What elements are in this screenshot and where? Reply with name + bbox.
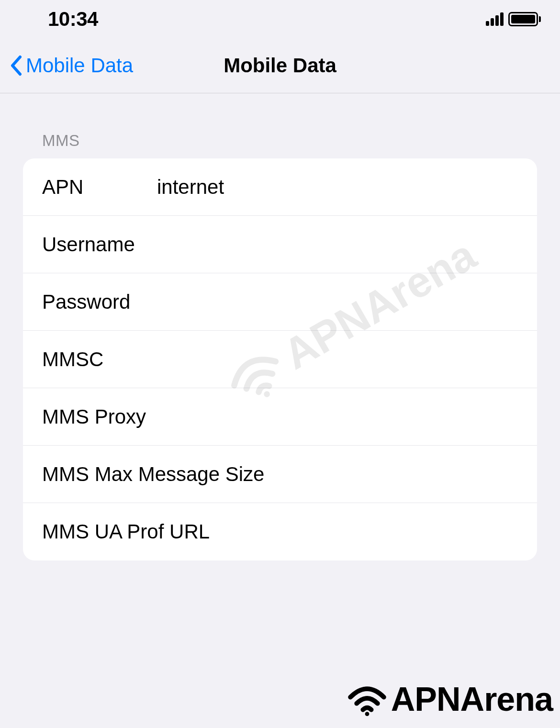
- settings-group-mms: APN Username Password MMSC MMS Proxy MMS…: [23, 158, 537, 560]
- username-field[interactable]: [157, 233, 518, 256]
- status-indicators: [486, 12, 541, 26]
- row-label: MMS UA Prof URL: [42, 520, 265, 543]
- row-label: APN: [42, 176, 157, 199]
- row-label: MMS Max Message Size: [42, 463, 265, 486]
- status-bar: 10:34: [0, 0, 560, 38]
- chevron-left-icon: [10, 55, 22, 76]
- row-label: MMS Proxy: [42, 405, 157, 428]
- svg-point-1: [365, 712, 369, 716]
- back-label: Mobile Data: [26, 54, 133, 77]
- mms-ua-prof-url-field[interactable]: [265, 520, 518, 543]
- settings-row-mms-ua-prof-url[interactable]: MMS UA Prof URL: [23, 503, 537, 560]
- row-label: MMSC: [42, 348, 157, 371]
- password-field[interactable]: [157, 291, 518, 314]
- section-header-mms: MMS: [23, 132, 537, 158]
- navigation-bar: Mobile Data Mobile Data: [0, 38, 560, 93]
- wifi-icon: [346, 683, 389, 716]
- settings-row-mmsc[interactable]: MMSC: [23, 331, 537, 388]
- settings-row-username[interactable]: Username: [23, 216, 537, 273]
- row-label: Username: [42, 233, 157, 256]
- watermark-bottom: APNArena: [346, 680, 553, 718]
- mms-proxy-field[interactable]: [157, 405, 518, 428]
- content: MMS APN Username Password MMSC MMS Proxy…: [0, 93, 560, 560]
- mms-max-size-field[interactable]: [265, 463, 518, 486]
- settings-row-password[interactable]: Password: [23, 273, 537, 331]
- row-label: Password: [42, 291, 157, 314]
- watermark-text: APNArena: [391, 680, 553, 718]
- apn-field[interactable]: [157, 176, 518, 199]
- settings-row-mms-proxy[interactable]: MMS Proxy: [23, 388, 537, 446]
- page-title: Mobile Data: [224, 54, 336, 77]
- status-time: 10:34: [48, 8, 98, 31]
- settings-row-apn[interactable]: APN: [23, 158, 537, 216]
- settings-row-mms-max-size[interactable]: MMS Max Message Size: [23, 446, 537, 503]
- cellular-signal-icon: [486, 12, 504, 26]
- battery-icon: [508, 12, 541, 26]
- mmsc-field[interactable]: [157, 348, 518, 371]
- back-button[interactable]: Mobile Data: [10, 54, 133, 77]
